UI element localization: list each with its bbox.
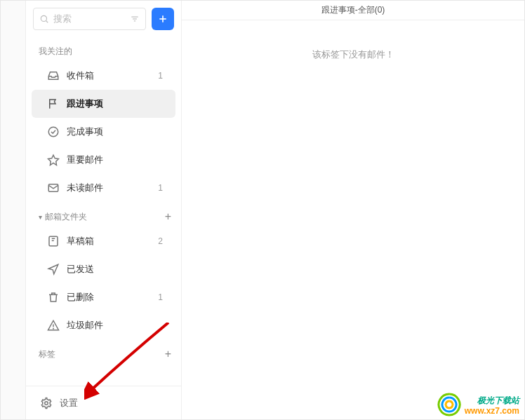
- nav-followup[interactable]: 跟进事项: [32, 90, 175, 118]
- draft-icon: [47, 235, 60, 248]
- compose-button[interactable]: [152, 8, 174, 30]
- main-title: 跟进事项-全部(0): [321, 4, 385, 16]
- mail-icon: [47, 182, 60, 194]
- nav-following: 收件箱 1 跟进事项 完成事项 重要邮件: [26, 62, 181, 202]
- nav-deleted[interactable]: 已删除 1: [32, 283, 175, 311]
- svg-point-13: [45, 401, 48, 405]
- nav-done[interactable]: 完成事项: [32, 118, 175, 146]
- settings-button[interactable]: 设置: [26, 386, 181, 419]
- svg-point-7: [48, 127, 58, 137]
- app-root: 搜索 我关注的 收件箱 1 跟进事项: [0, 0, 525, 420]
- sidebar-spacer: [26, 365, 181, 386]
- search-icon: [39, 14, 49, 24]
- watermark-line1: 极光下载站: [465, 395, 519, 405]
- watermark-line2: www.xz7.com: [465, 406, 519, 416]
- main-panel: 跟进事项-全部(0) 该标签下没有邮件！: [182, 1, 524, 419]
- section-following: 我关注的: [26, 37, 181, 62]
- warning-icon: [47, 319, 60, 332]
- svg-line-1: [46, 20, 48, 22]
- gear-icon: [40, 397, 53, 409]
- filter-icon[interactable]: [130, 14, 140, 24]
- search-placeholder: 搜索: [53, 13, 72, 25]
- nav-spam[interactable]: 垃圾邮件: [32, 311, 175, 339]
- nav-sent[interactable]: 已发送: [32, 255, 175, 283]
- plus-icon: [157, 13, 168, 25]
- add-tag-button[interactable]: +: [165, 348, 171, 360]
- chevron-down-icon: ▾: [39, 213, 42, 221]
- main-header: 跟进事项-全部(0): [182, 1, 524, 20]
- trash-icon: [47, 291, 60, 304]
- watermark-logo-icon: [437, 392, 462, 417]
- left-rail: [1, 1, 26, 419]
- section-folders[interactable]: ▾ 邮箱文件夹 +: [26, 202, 181, 227]
- flag-icon: [47, 97, 60, 110]
- nav-folders: 草稿箱 2 已发送 已删除 1 垃圾邮件: [26, 227, 181, 339]
- watermark: 极光下载站 www.xz7.com: [465, 395, 519, 416]
- nav-drafts[interactable]: 草稿箱 2: [32, 227, 175, 255]
- nav-important[interactable]: 重要邮件: [32, 146, 175, 174]
- add-folder-button[interactable]: +: [165, 210, 171, 223]
- check-circle-icon: [47, 126, 60, 138]
- sidebar: 搜索 我关注的 收件箱 1 跟进事项: [26, 1, 182, 419]
- settings-label: 设置: [60, 397, 78, 409]
- svg-point-0: [41, 15, 46, 21]
- inbox-icon: [47, 69, 60, 82]
- send-icon: [47, 263, 60, 276]
- nav-inbox[interactable]: 收件箱 1: [32, 62, 175, 90]
- search-input[interactable]: 搜索: [33, 8, 146, 30]
- star-icon: [47, 154, 60, 166]
- section-tags[interactable]: 标签 +: [26, 339, 181, 365]
- search-row: 搜索: [26, 8, 181, 37]
- svg-point-12: [53, 328, 54, 329]
- nav-unread[interactable]: 未读邮件 1: [32, 174, 175, 202]
- empty-message: 该标签下没有邮件！: [182, 20, 524, 61]
- svg-marker-8: [48, 155, 59, 165]
